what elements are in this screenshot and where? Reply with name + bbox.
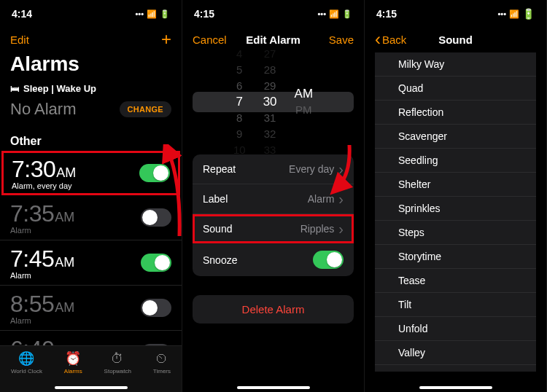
- sound-classic-row[interactable]: ✓ Classic Ripples: [375, 365, 536, 372]
- status-bar: 4:14 •••📶🔋: [0, 0, 182, 28]
- delete-alarm-button[interactable]: Delete Alarm: [193, 295, 354, 324]
- alarm-toggle[interactable]: [141, 299, 171, 317]
- snooze-toggle[interactable]: [313, 251, 344, 269]
- sound-row[interactable]: Sound Ripples: [193, 214, 354, 243]
- sleep-section-header: Sleep | Wake Up: [0, 82, 182, 95]
- sound-option[interactable]: Tilt: [375, 293, 536, 317]
- alarm-toggle[interactable]: [141, 208, 171, 227]
- sound-option[interactable]: Shelter: [375, 173, 536, 197]
- no-alarm-label: No Alarm: [10, 100, 76, 119]
- sound-option[interactable]: Steps: [375, 221, 536, 245]
- alarm-toggle[interactable]: [139, 164, 170, 182]
- home-indicator[interactable]: [419, 386, 492, 389]
- status-bar: 4:15 •••📶🔋: [182, 0, 364, 28]
- tab-bar: 🌐World Clock ⏰Alarms ⏱Stopwatch ⏲Timers: [0, 345, 182, 392]
- status-time: 4:15: [376, 8, 397, 20]
- page-title: Alarms: [10, 52, 171, 76]
- label-row[interactable]: Label Alarm: [193, 184, 354, 214]
- repeat-row[interactable]: Repeat Every day: [193, 154, 354, 184]
- back-button[interactable]: Back: [375, 31, 406, 48]
- sound-option[interactable]: Seedling: [375, 149, 536, 173]
- sound-option[interactable]: Reflection: [375, 101, 536, 125]
- sound-option[interactable]: Tease: [375, 269, 536, 293]
- stopwatch-icon: ⏱: [109, 350, 125, 366]
- globe-icon: 🌐: [18, 350, 34, 366]
- home-indicator[interactable]: [55, 386, 128, 389]
- home-indicator[interactable]: [237, 386, 310, 389]
- status-icons: •••📶🔋: [317, 9, 352, 19]
- status-time: 4:15: [194, 8, 214, 20]
- timer-icon: ⏲: [154, 350, 170, 366]
- alarm-row[interactable]: 7:35AM Alarm: [0, 195, 182, 240]
- chevron-right-icon: [521, 371, 526, 372]
- alarm-row[interactable]: 7:30AM Alarm, every day: [1, 151, 180, 195]
- sound-option[interactable]: Valley: [375, 341, 536, 365]
- bed-icon: [10, 83, 19, 94]
- alarm-row[interactable]: 7:45AM Alarm: [0, 240, 182, 286]
- chevron-right-icon: [338, 222, 344, 236]
- picker-hours[interactable]: 4 5 6 7 8 9 10: [233, 46, 246, 158]
- sound-option[interactable]: Unfold: [375, 317, 536, 341]
- status-icons: •••📶🔋: [497, 8, 535, 20]
- snooze-row: Snooze: [193, 243, 354, 276]
- alarm-icon: ⏰: [65, 350, 81, 366]
- alarm-row[interactable]: 8:55AM Alarm: [0, 286, 182, 331]
- edit-button[interactable]: Edit: [10, 34, 29, 46]
- sound-option[interactable]: Scavenger: [375, 125, 536, 149]
- picker-ampm[interactable]: AM PM: [295, 86, 314, 118]
- alarm-toggle[interactable]: [141, 254, 171, 272]
- time-picker[interactable]: 4 5 6 7 8 9 10 27 28 29 30 31 32 33 AM P…: [193, 60, 354, 144]
- other-section-header: Other: [0, 126, 182, 151]
- save-button[interactable]: Save: [329, 34, 354, 46]
- sound-option[interactable]: Milky Way: [375, 52, 536, 77]
- status-icons: •••📶🔋: [135, 9, 170, 19]
- tab-stopwatch[interactable]: ⏱Stopwatch: [104, 350, 131, 375]
- cancel-button[interactable]: Cancel: [193, 34, 227, 46]
- add-alarm-button[interactable]: +: [161, 29, 171, 50]
- change-button[interactable]: CHANGE: [120, 101, 171, 117]
- sound-option[interactable]: Quad: [375, 77, 536, 101]
- status-bar: 4:15 •••📶🔋: [365, 0, 546, 28]
- chevron-right-icon: [338, 192, 344, 206]
- tab-timers[interactable]: ⏲Timers: [153, 350, 171, 375]
- page-title: Sound: [438, 34, 473, 46]
- sound-option[interactable]: Storytime: [375, 245, 536, 269]
- picker-minutes[interactable]: 27 28 29 30 31 32 33: [263, 46, 277, 158]
- page-title: Edit Alarm: [246, 34, 300, 46]
- chevron-left-icon: [375, 31, 381, 48]
- tab-alarms[interactable]: ⏰Alarms: [64, 350, 82, 375]
- status-time: 4:14: [12, 8, 32, 20]
- tab-world-clock[interactable]: 🌐World Clock: [11, 350, 42, 375]
- chevron-right-icon: [338, 162, 344, 176]
- sound-option[interactable]: Sprinkles: [375, 197, 536, 221]
